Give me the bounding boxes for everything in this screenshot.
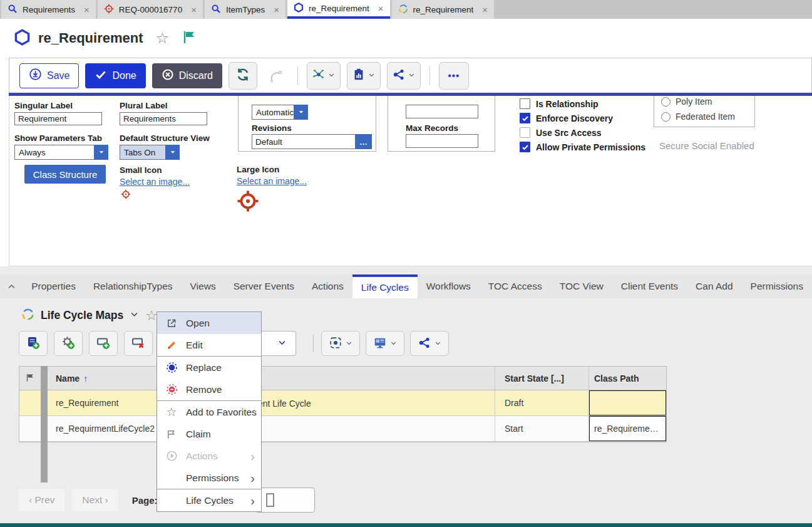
large-icon-select-link[interactable]: Select an image... <box>237 176 307 186</box>
tab-relationshiptypes[interactable]: RelationshipTypes <box>85 274 182 298</box>
menu-item-life-cycles[interactable]: Life Cycles › <box>157 489 261 511</box>
close-icon[interactable]: × <box>274 5 279 14</box>
close-icon[interactable]: × <box>191 5 197 14</box>
menu-item-open[interactable]: Open <box>157 312 261 334</box>
start-state-column-header[interactable]: Start State [...] <box>495 367 589 390</box>
tab-workflows[interactable]: Workflows <box>418 274 480 298</box>
grid-row-re-requirement[interactable]: re_Requirement re_Requirement Life Cycle… <box>19 390 666 416</box>
tab-req-item[interactable]: REQ-000016770 × <box>98 0 203 19</box>
show-parameters-tab-select[interactable]: Always <box>14 145 108 160</box>
add-with-settings-button[interactable] <box>54 331 83 356</box>
start-state-cell[interactable]: Draft <box>495 390 589 415</box>
default-structure-view-select[interactable]: Tabs On <box>120 145 180 160</box>
search-icon <box>211 4 221 16</box>
grid-row-re-requirmentlifecycle2[interactable]: re_RequirmentLifeCycle2 Start re_Require… <box>19 416 666 442</box>
tab-views[interactable]: Views <box>182 274 225 298</box>
chevron-down-icon[interactable] <box>94 145 108 160</box>
menu-item-remove[interactable]: Remove <box>157 378 261 400</box>
delete-row-icon <box>131 335 146 352</box>
prev-page-button[interactable]: ‹ Prev <box>19 489 64 511</box>
poly-item-radio-row[interactable]: Poly Item <box>661 97 712 107</box>
lifecycle-section-header: Life Cycle Maps ☆ <box>21 308 158 323</box>
checkbox-icon[interactable] <box>520 127 530 138</box>
class-path-cell[interactable]: re_Requireme… <box>589 416 666 441</box>
chevron-down-icon[interactable] <box>130 310 139 321</box>
share-dropdown-button[interactable] <box>410 331 449 356</box>
tab-properties[interactable]: Properties <box>23 274 85 298</box>
use-src-access-checkbox-row[interactable]: Use Src Access <box>520 127 602 138</box>
page-size-control[interactable] <box>255 488 315 513</box>
name-column-header[interactable]: Name↑ <box>48 367 495 390</box>
relationship-tabstrip: Properties RelationshipTypes Views Serve… <box>0 274 812 298</box>
tab-can-add[interactable]: Can Add <box>687 274 741 298</box>
add-row-button[interactable] <box>89 331 118 356</box>
add-new-item-button[interactable] <box>19 331 48 356</box>
chevron-down-icon <box>368 71 375 80</box>
singular-label-field[interactable] <box>14 112 102 125</box>
row-flag-cell[interactable] <box>19 390 41 415</box>
lifecycle-grid-toolbar <box>19 331 163 356</box>
collapse-chevron-icon[interactable] <box>0 274 23 298</box>
menu-item-replace[interactable]: Replace <box>157 357 261 378</box>
versioning-select[interactable]: Automatic <box>252 105 308 120</box>
menu-item-add-to-favorites[interactable]: ☆ Add to Favorites <box>157 401 261 423</box>
revisions-field[interactable] <box>252 134 356 149</box>
row-flag-cell[interactable] <box>19 416 41 441</box>
class-path-cell[interactable] <box>589 390 666 415</box>
checkbox-icon[interactable] <box>520 98 530 109</box>
radio-icon[interactable] <box>661 112 671 122</box>
tab-client-events[interactable]: Client Events <box>612 274 687 298</box>
chevron-down-icon[interactable] <box>294 105 308 120</box>
favorite-star-icon[interactable]: ☆ <box>156 31 170 46</box>
class-path-column-header[interactable]: Class Path <box>589 367 666 390</box>
start-state-cell[interactable]: Start <box>495 416 589 441</box>
tab-itemtypes[interactable]: ItemTypes × <box>205 0 285 19</box>
structure-dropdown-button[interactable] <box>307 62 341 90</box>
remove-icon <box>165 384 178 396</box>
checkbox-icon[interactable] <box>520 142 530 152</box>
save-button[interactable]: Save <box>19 63 79 88</box>
tab-permissions[interactable]: Permissions <box>742 274 812 298</box>
page-size-field[interactable] <box>406 105 478 118</box>
more-actions-button[interactable]: ••• <box>439 62 469 90</box>
reports-dropdown-button[interactable] <box>347 62 381 90</box>
name-cell[interactable]: re_RequirmentLifeCycle2 <box>48 416 495 441</box>
menu-item-actions[interactable]: Actions › <box>157 445 261 467</box>
enforce-discovery-checkbox-row[interactable]: Enforce Discovery <box>520 113 613 123</box>
is-relationship-checkbox-row[interactable]: Is Relationship <box>520 98 599 109</box>
tab-requirements[interactable]: Requirements × <box>1 0 96 19</box>
flag-column-header[interactable] <box>19 367 41 390</box>
radio-icon[interactable] <box>661 97 671 107</box>
delete-row-button[interactable] <box>124 331 153 356</box>
tab-server-events[interactable]: Server Events <box>225 274 303 298</box>
tab-re-requirement-lifecycle[interactable]: re_Requirement × <box>392 0 495 19</box>
close-icon[interactable]: × <box>84 5 90 14</box>
discard-button[interactable]: Discard <box>152 63 222 88</box>
refresh-button[interactable] <box>229 62 257 90</box>
done-button[interactable]: Done <box>85 63 145 88</box>
plural-label-field[interactable] <box>120 112 207 125</box>
close-icon[interactable]: × <box>378 4 384 13</box>
class-structure-button[interactable]: Class Structure <box>24 165 106 184</box>
close-icon[interactable]: × <box>482 5 488 14</box>
tab-toc-access[interactable]: TOC Access <box>480 274 551 298</box>
allow-private-permissions-checkbox-row[interactable]: Allow Private Permissions <box>520 142 645 152</box>
tab-actions[interactable]: Actions <box>303 274 352 298</box>
add-row-icon <box>96 335 111 352</box>
federated-item-radio-row[interactable]: Federated Item <box>661 112 735 122</box>
focus-dropdown-button[interactable] <box>321 331 360 356</box>
small-icon-select-link[interactable]: Select an image... <box>120 177 190 187</box>
tab-toc-view[interactable]: TOC View <box>551 274 612 298</box>
menu-item-permissions[interactable]: Permissions › <box>157 467 261 489</box>
share-dropdown-button[interactable] <box>387 62 421 90</box>
revisions-browse-button[interactable]: … <box>356 134 372 149</box>
max-records-field[interactable] <box>406 134 478 148</box>
layout-dropdown-button[interactable] <box>366 331 404 356</box>
menu-item-edit[interactable]: Edit <box>157 334 261 356</box>
checkbox-icon[interactable] <box>520 113 530 123</box>
tab-life-cycles[interactable]: Life Cycles <box>352 274 418 298</box>
menu-item-claim[interactable]: Claim <box>157 423 261 445</box>
tab-re-requirement-itemtype[interactable]: re_Requirement × <box>287 0 390 19</box>
chevron-down-icon[interactable] <box>165 145 180 160</box>
next-page-button[interactable]: Next › <box>72 489 118 511</box>
